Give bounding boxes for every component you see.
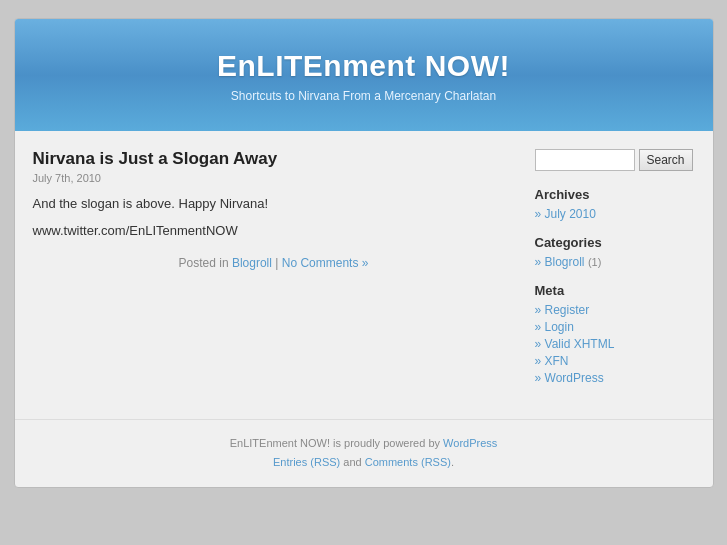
list-item: WordPress bbox=[535, 371, 695, 385]
categories-heading: Categories bbox=[535, 235, 695, 250]
list-item: XFN bbox=[535, 354, 695, 368]
wordpress-meta-link[interactable]: WordPress bbox=[545, 371, 604, 385]
sidebar: Search Archives July 2010 Categories Blo… bbox=[535, 149, 695, 399]
footer-dot: . bbox=[451, 456, 454, 468]
archives-list: July 2010 bbox=[535, 207, 695, 221]
post-footer: Posted in Blogroll | No Comments » bbox=[33, 256, 515, 270]
main-content: Nirvana is Just a Slogan Away July 7th, … bbox=[33, 149, 535, 399]
valid-xhtml-link[interactable]: Valid XHTML bbox=[545, 337, 615, 351]
categories-list: Blogroll (1) bbox=[535, 255, 695, 269]
posted-in-label: Posted in bbox=[179, 256, 229, 270]
footer-wordpress-link[interactable]: WordPress bbox=[443, 437, 497, 449]
site-title: EnLITEnment NOW! bbox=[35, 49, 693, 83]
meta-section: Meta Register Login Valid XHTML XFN Word… bbox=[535, 283, 695, 385]
category-link[interactable]: Blogroll bbox=[545, 255, 585, 269]
register-link[interactable]: Register bbox=[545, 303, 590, 317]
search-input[interactable] bbox=[535, 149, 635, 171]
meta-heading: Meta bbox=[535, 283, 695, 298]
footer-separator: | bbox=[272, 256, 282, 270]
post-title: Nirvana is Just a Slogan Away bbox=[33, 149, 515, 169]
archive-link[interactable]: July 2010 bbox=[545, 207, 596, 221]
list-item: July 2010 bbox=[535, 207, 695, 221]
list-item: Valid XHTML bbox=[535, 337, 695, 351]
meta-list: Register Login Valid XHTML XFN WordPress bbox=[535, 303, 695, 385]
post-line1: And the slogan is above. Happy Nirvana! bbox=[33, 194, 515, 215]
footer-comments-link[interactable]: Comments (RSS) bbox=[365, 456, 451, 468]
post-line2: www.twitter.com/EnLITenmentNOW bbox=[33, 221, 515, 242]
category-count: (1) bbox=[588, 256, 601, 268]
footer-line1: EnLITEnment NOW! is proudly powered by W… bbox=[25, 434, 703, 453]
blogroll-link[interactable]: Blogroll bbox=[232, 256, 272, 270]
search-box: Search bbox=[535, 149, 695, 171]
footer-line2: Entries (RSS) and Comments (RSS). bbox=[25, 453, 703, 472]
list-item: Login bbox=[535, 320, 695, 334]
site-header: EnLITEnment NOW! Shortcuts to Nirvana Fr… bbox=[15, 19, 713, 131]
footer-entries-link[interactable]: Entries (RSS) bbox=[273, 456, 340, 468]
categories-section: Categories Blogroll (1) bbox=[535, 235, 695, 269]
post-content: And the slogan is above. Happy Nirvana! … bbox=[33, 194, 515, 242]
site-footer: EnLITEnment NOW! is proudly powered by W… bbox=[15, 419, 713, 487]
footer-prefix: EnLITEnment NOW! is proudly powered by bbox=[230, 437, 440, 449]
post-date: July 7th, 2010 bbox=[33, 172, 515, 184]
xfn-link[interactable]: XFN bbox=[545, 354, 569, 368]
footer-and: and bbox=[343, 456, 364, 468]
login-link[interactable]: Login bbox=[545, 320, 574, 334]
search-button[interactable]: Search bbox=[639, 149, 693, 171]
site-tagline: Shortcuts to Nirvana From a Mercenary Ch… bbox=[35, 89, 693, 103]
archives-section: Archives July 2010 bbox=[535, 187, 695, 221]
list-item: Register bbox=[535, 303, 695, 317]
list-item: Blogroll (1) bbox=[535, 255, 695, 269]
archives-heading: Archives bbox=[535, 187, 695, 202]
no-comments-link[interactable]: No Comments » bbox=[282, 256, 369, 270]
